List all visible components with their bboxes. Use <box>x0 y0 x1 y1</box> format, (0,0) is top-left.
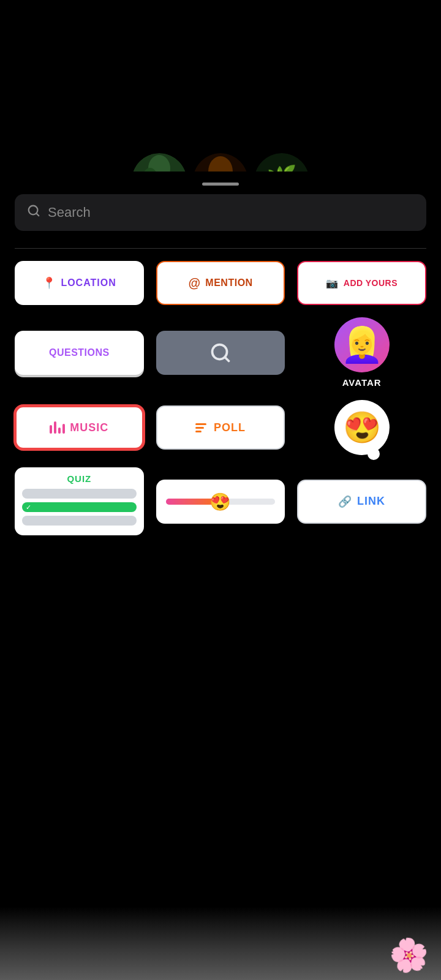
sticker-search[interactable] <box>156 317 285 388</box>
location-label: LOCATION <box>61 277 116 288</box>
divider <box>15 248 426 249</box>
sticker-link[interactable]: 🔗 LINK <box>297 467 426 535</box>
search-bar[interactable]: Search <box>15 194 426 231</box>
quiz-option-1 <box>22 489 137 499</box>
slider-track: 😍 <box>166 499 276 505</box>
sticker-slider[interactable]: 😍 <box>156 467 285 535</box>
add-yours-btn[interactable]: 📷 ADD YOURS <box>297 261 426 305</box>
quiz-label: QUIZ <box>22 473 137 484</box>
sticker-grid: 📍 LOCATION @ MENTION 📷 ADD YOURS QUESTIO… <box>0 261 441 535</box>
add-yours-icon: 📷 <box>326 277 339 289</box>
mention-label: MENTION <box>205 277 252 288</box>
sticker-quiz[interactable]: QUIZ ✓ <box>15 467 144 535</box>
emoji-react-icon: 😍 <box>343 410 381 445</box>
link-btn[interactable]: 🔗 LINK <box>297 480 426 524</box>
svg-line-11 <box>225 356 229 361</box>
search-placeholder: Search <box>48 205 91 221</box>
svg-line-9 <box>36 213 39 216</box>
emoji-react-btn[interactable]: 😍 <box>334 400 390 455</box>
link-icon: 🔗 <box>338 495 352 508</box>
music-bars-icon <box>50 421 65 434</box>
search-sticker-btn[interactable] <box>156 331 285 375</box>
mention-btn[interactable]: @ MENTION <box>156 261 285 305</box>
avatar-image: 👱‍♀️ <box>334 317 390 372</box>
quiz-check-icon: ✓ <box>26 503 31 511</box>
location-icon: 📍 <box>42 276 56 290</box>
sticker-music[interactable]: MUSIC <box>15 400 144 455</box>
quiz-btn[interactable]: QUIZ ✓ <box>15 467 144 535</box>
quiz-option-2: ✓ <box>22 502 137 512</box>
quiz-option-3 <box>22 516 137 526</box>
slider-emoji: 😍 <box>209 491 231 511</box>
add-yours-label: ADD YOURS <box>344 278 398 288</box>
poll-icon <box>195 423 206 432</box>
questions-label: QUESTIONS <box>49 347 110 358</box>
slider-btn[interactable]: 😍 <box>156 480 285 524</box>
questions-btn[interactable]: QUESTIONS <box>15 331 144 375</box>
mention-icon: @ <box>188 276 200 290</box>
drag-handle <box>202 183 239 186</box>
sticker-mention[interactable]: @ MENTION <box>156 261 285 305</box>
sticker-avatar[interactable]: 👱‍♀️ AVATAR <box>297 317 426 388</box>
sticker-add-yours[interactable]: 📷 ADD YOURS <box>297 261 426 305</box>
flower-decoration: 🌸 <box>386 933 432 977</box>
poll-btn[interactable]: POLL <box>156 405 285 450</box>
sticker-emoji-react[interactable]: 😍 <box>297 400 426 455</box>
sticker-questions[interactable]: QUESTIONS <box>15 317 144 388</box>
search-icon <box>27 204 40 221</box>
sticker-poll[interactable]: POLL <box>156 400 285 455</box>
link-label: LINK <box>357 495 385 508</box>
sticker-location[interactable]: 📍 LOCATION <box>15 261 144 305</box>
music-label: MUSIC <box>70 421 108 434</box>
avatar-label: AVATAR <box>342 377 382 388</box>
location-btn[interactable]: 📍 LOCATION <box>15 261 144 305</box>
bottom-fade: 🌸 <box>0 907 441 980</box>
music-btn[interactable]: MUSIC <box>15 405 144 450</box>
poll-label: POLL <box>214 421 246 434</box>
